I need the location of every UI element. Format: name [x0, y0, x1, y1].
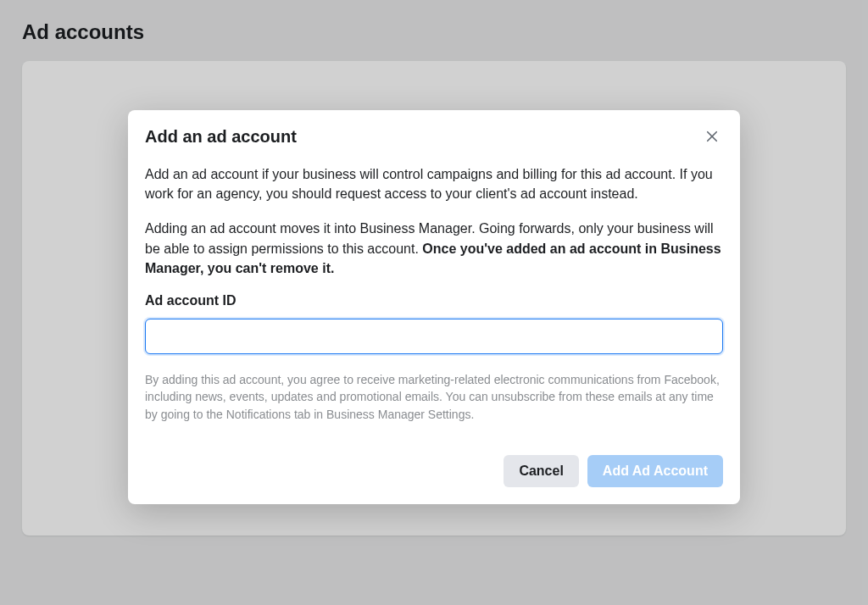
ad-account-id-label: Ad account ID [145, 293, 723, 308]
close-icon [704, 129, 720, 144]
legal-fineprint: By adding this ad account, you agree to … [145, 371, 723, 423]
add-ad-account-button[interactable]: Add Ad Account [587, 455, 723, 487]
close-button[interactable] [701, 125, 723, 147]
modal-footer: Cancel Add Ad Account [128, 455, 740, 504]
cancel-button[interactable]: Cancel [504, 455, 578, 487]
modal-title: Add an ad account [145, 127, 297, 147]
modal-description-1: Add an ad account if your business will … [145, 164, 723, 203]
add-ad-account-modal: Add an ad account Add an ad account if y… [128, 110, 740, 504]
ad-account-id-input[interactable] [145, 319, 723, 354]
modal-description-2: Adding an ad account moves it into Busin… [145, 219, 723, 278]
modal-overlay[interactable]: Add an ad account Add an ad account if y… [0, 0, 868, 605]
modal-header: Add an ad account [128, 110, 740, 156]
modal-body: Add an ad account if your business will … [128, 156, 740, 455]
